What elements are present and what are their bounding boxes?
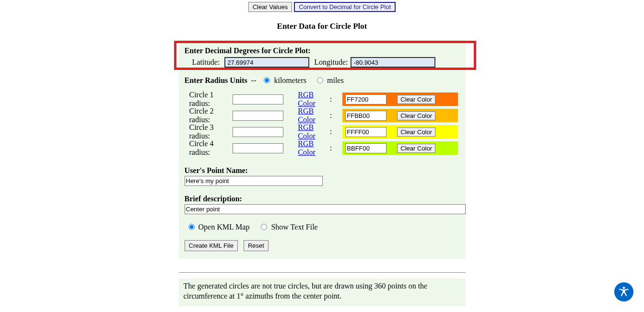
miles-radio[interactable] [317, 77, 323, 83]
point-name-label: User's Point Name: [185, 166, 458, 175]
radius-units-label: Enter Radius Units [185, 76, 247, 84]
circle1-clear-color-button[interactable]: Clear Color [397, 95, 435, 104]
circle3-color-input[interactable] [345, 127, 386, 137]
circle2-color-block: Clear Color [342, 109, 457, 122]
circle-row-4: Circle 4 radius: RGB Color: Clear Color [185, 141, 458, 155]
point-name-input[interactable] [185, 176, 323, 186]
circle4-clear-color-button[interactable]: Clear Color [397, 144, 435, 153]
circle3-clear-color-button[interactable]: Clear Color [397, 127, 435, 137]
circle1-color-input[interactable] [345, 94, 386, 104]
divider [179, 272, 466, 273]
circle3-label: Circle 3 radius: [185, 123, 233, 140]
note-text: The generated circles are not true circl… [184, 282, 428, 300]
circle-plot-panel: Enter Decimal Degrees for Circle Plot: L… [179, 40, 466, 259]
circle4-label: Circle 4 radius: [185, 139, 233, 157]
convert-decimal-button[interactable]: Convert to Decimal for Circle Plot [294, 2, 396, 12]
circle2-clear-color-button[interactable]: Clear Color [397, 111, 435, 120]
longitude-label: Longitude: [309, 58, 351, 67]
section-title: Enter Data for Circle Plot [0, 22, 644, 31]
create-kml-button[interactable]: Create KML File [185, 240, 238, 251]
rgb-color-link-2[interactable]: RGB Color [298, 107, 330, 124]
circle1-color-block: Clear Color [342, 92, 457, 106]
circle2-radius-input[interactable] [233, 111, 283, 121]
miles-label: miles [327, 76, 349, 84]
open-kml-label: Open KML Map [199, 223, 250, 231]
circle4-radius-input[interactable] [233, 143, 283, 153]
latitude-input[interactable] [224, 57, 309, 68]
kilometers-radio[interactable] [264, 77, 270, 83]
circle1-radius-input[interactable] [233, 94, 283, 104]
reset-button[interactable]: Reset [244, 240, 269, 251]
rgb-color-link-4[interactable]: RGB Color [298, 139, 330, 157]
circle-row-1: Circle 1 radius: RGB Color: Clear Color [185, 92, 458, 106]
rgb-color-link-1[interactable]: RGB Color [298, 91, 330, 108]
circle-row-3: Circle 3 radius: RGB Color: Clear Color [185, 125, 458, 139]
rgb-color-link-3[interactable]: RGB Color [298, 123, 330, 140]
description-input[interactable] [185, 204, 466, 214]
circle2-label: Circle 2 radius: [185, 107, 233, 124]
accessibility-icon[interactable] [614, 282, 633, 301]
show-text-label: Show Text File [271, 223, 317, 231]
circle2-color-input[interactable] [345, 111, 386, 121]
show-text-radio[interactable] [261, 224, 267, 230]
note-panel: The generated circles are not true circl… [179, 278, 466, 306]
circle3-color-block: Clear Color [342, 125, 457, 139]
coords-heading: Enter Decimal Degrees for Circle Plot: [185, 46, 458, 55]
description-label: Brief description: [185, 195, 458, 203]
open-kml-radio[interactable] [188, 224, 195, 230]
kilometers-label: kilometers [274, 76, 311, 84]
circle4-color-input[interactable] [345, 143, 386, 153]
longitude-input[interactable] [351, 57, 435, 68]
clear-values-button[interactable]: Clear Values [248, 2, 292, 12]
circle-row-2: Circle 2 radius: RGB Color: Clear Color [185, 109, 458, 122]
svg-point-0 [623, 287, 625, 289]
circle3-radius-input[interactable] [233, 127, 283, 137]
circle4-color-block: Clear Color [342, 141, 457, 155]
text-dash: -- [249, 76, 258, 84]
circle1-label: Circle 1 radius: [185, 91, 233, 108]
latitude-label: Latitude: [185, 58, 225, 67]
